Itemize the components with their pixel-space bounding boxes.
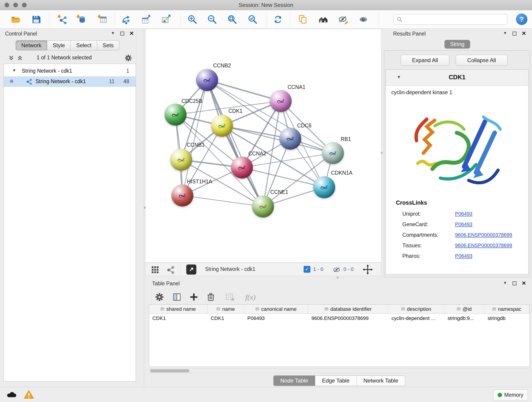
network-view-canvas[interactable]: CCNB2CCNA1CDC25BCDK1CDC6RB1CCNB1CCNA2CDK…: [145, 29, 381, 263]
import-network-database-button[interactable]: [75, 13, 88, 26]
create-column-button[interactable]: [187, 291, 200, 303]
show-columns-button[interactable]: [171, 291, 183, 303]
tab-network-table[interactable]: Network Table: [357, 375, 405, 386]
hide-selected-button[interactable]: [337, 13, 350, 26]
copy-button[interactable]: [297, 13, 309, 26]
zoom-selected-button[interactable]: [246, 13, 259, 26]
detach-view-button[interactable]: [186, 264, 196, 274]
table-column-header[interactable]: name: [208, 305, 244, 313]
delete-table-button[interactable]: [224, 291, 236, 303]
panel-close-icon[interactable]: ×: [522, 281, 526, 286]
network-node-rb1[interactable]: [322, 142, 344, 164]
tab-node-table[interactable]: Node Table: [273, 375, 315, 386]
new-network-from-selection-button[interactable]: [120, 13, 133, 26]
network-node-ccnb2[interactable]: [196, 69, 218, 91]
function-builder-button[interactable]: f(x): [240, 291, 261, 303]
table-cell[interactable]: CDK1: [208, 314, 244, 323]
crosslink-value-link[interactable]: 9606.ENSP00000378699: [455, 232, 512, 238]
grid-mode-icon[interactable]: [151, 265, 160, 274]
crosslink-value-link[interactable]: 9606.ENSP00000378699: [455, 242, 512, 249]
panel-float-icon[interactable]: [513, 281, 516, 285]
string-tab-badge[interactable]: String: [444, 40, 470, 49]
table-column-header[interactable]: namespac: [484, 305, 530, 313]
selected-nodes-checkbox[interactable]: ✓: [304, 266, 310, 273]
table-column-header[interactable]: shared name: [149, 305, 208, 313]
export-table-button[interactable]: [139, 13, 152, 26]
table-column-header[interactable]: canonical name: [244, 305, 308, 313]
table-cell[interactable]: cyclin-dependent ...: [388, 314, 444, 323]
home-button[interactable]: [317, 13, 330, 26]
hidden-eye-slash-icon[interactable]: [332, 266, 341, 274]
zoom-out-button[interactable]: [206, 13, 219, 26]
collapse-all-button[interactable]: Collapse All: [456, 55, 507, 66]
tab-select[interactable]: Select: [70, 40, 97, 51]
table-column-header[interactable]: database identifier: [308, 305, 388, 313]
table-cell[interactable]: stringdb: [484, 314, 530, 323]
network-row-selected[interactable]: String Network - cdk1 11 48: [4, 76, 136, 87]
panel-close-icon[interactable]: ×: [522, 31, 526, 36]
network-collection-row[interactable]: ▼ String Network - cdk1 1: [4, 66, 136, 76]
search-input[interactable]: [405, 17, 504, 22]
network-node-hist1h1a[interactable]: [171, 185, 193, 206]
tab-sets[interactable]: Sets: [97, 40, 119, 51]
panel-float-icon[interactable]: [120, 32, 124, 36]
refresh-layout-button[interactable]: [272, 13, 284, 26]
save-session-button[interactable]: [30, 13, 43, 26]
search-box[interactable]: [394, 14, 507, 25]
open-session-button[interactable]: [9, 13, 22, 26]
tab-style[interactable]: Style: [47, 40, 70, 51]
delete-column-button[interactable]: [204, 291, 217, 303]
zoom-fit-button[interactable]: [226, 13, 239, 26]
network-node-cdc25b[interactable]: [165, 104, 186, 126]
title-bar[interactable]: Session: New Session: [0, 0, 532, 10]
crosslink-value-link[interactable]: P06493: [455, 253, 472, 259]
table-cell[interactable]: stringdb:9...: [444, 314, 484, 323]
network-node-cdk1[interactable]: [211, 115, 233, 137]
help-button[interactable]: ?: [516, 13, 527, 25]
splitter-handle[interactable]: [336, 277, 339, 279]
splitter-handle[interactable]: [144, 207, 146, 209]
houses-icon: [318, 14, 329, 25]
import-network-file-button[interactable]: [56, 13, 69, 26]
network-node-cdc6[interactable]: [279, 128, 301, 150]
crosslink-value-link[interactable]: P06493: [455, 211, 472, 217]
panel-close-icon[interactable]: ×: [130, 31, 134, 36]
expand-all-chevrons-icon[interactable]: [8, 55, 15, 61]
tab-edge-table[interactable]: Edge Table: [315, 375, 357, 386]
fit-content-crosshair-icon[interactable]: [363, 264, 373, 274]
show-all-button[interactable]: [357, 13, 370, 26]
gene-card-header[interactable]: ▼ CDK1: [386, 70, 528, 86]
table-cell[interactable]: CDK1: [149, 314, 208, 323]
table-cell[interactable]: 9606.ENSP00000378699: [308, 314, 388, 323]
cloud-status-icon[interactable]: [6, 390, 17, 399]
table-options-button[interactable]: [153, 291, 166, 303]
panel-float-icon[interactable]: [513, 32, 516, 36]
panel-collapse-icon[interactable]: ▼: [111, 31, 115, 36]
table-row[interactable]: CDK1CDK1P064939606.ENSP00000378699cyclin…: [149, 314, 530, 323]
crosslink-value-link[interactable]: P06493: [455, 221, 472, 227]
network-node-ccna2[interactable]: [231, 157, 253, 179]
network-options-gear-icon[interactable]: [124, 54, 133, 62]
birdseye-view-icon[interactable]: [166, 265, 175, 274]
panel-collapse-icon[interactable]: ▼: [503, 281, 507, 285]
panel-collapse-icon[interactable]: ▼: [503, 31, 507, 36]
collapse-all-chevrons-icon[interactable]: [17, 55, 23, 61]
scrollbar-thumb[interactable]: [150, 369, 190, 372]
splitter-handle[interactable]: [381, 152, 383, 154]
import-table-button[interactable]: [96, 13, 109, 26]
warning-icon[interactable]: [24, 390, 34, 399]
export-image-button[interactable]: [159, 13, 172, 26]
table-column-header[interactable]: description: [388, 305, 444, 313]
network-node-ccnb1[interactable]: [170, 149, 192, 171]
network-node-cdkn1a[interactable]: [313, 176, 335, 198]
table-horizontal-scrollbar[interactable]: [149, 369, 530, 373]
memory-button[interactable]: Memory: [493, 389, 528, 400]
expand-all-button[interactable]: Expand All: [401, 55, 449, 66]
tree-disclosure-icon[interactable]: ▼: [12, 68, 16, 73]
network-node-ccna1[interactable]: [270, 90, 292, 112]
tab-network[interactable]: Network: [16, 40, 47, 51]
table-column-header[interactable]: @id: [444, 305, 484, 313]
network-node-ccne1[interactable]: [252, 196, 274, 217]
table-cell[interactable]: P06493: [244, 314, 308, 323]
zoom-in-button[interactable]: [186, 13, 199, 26]
